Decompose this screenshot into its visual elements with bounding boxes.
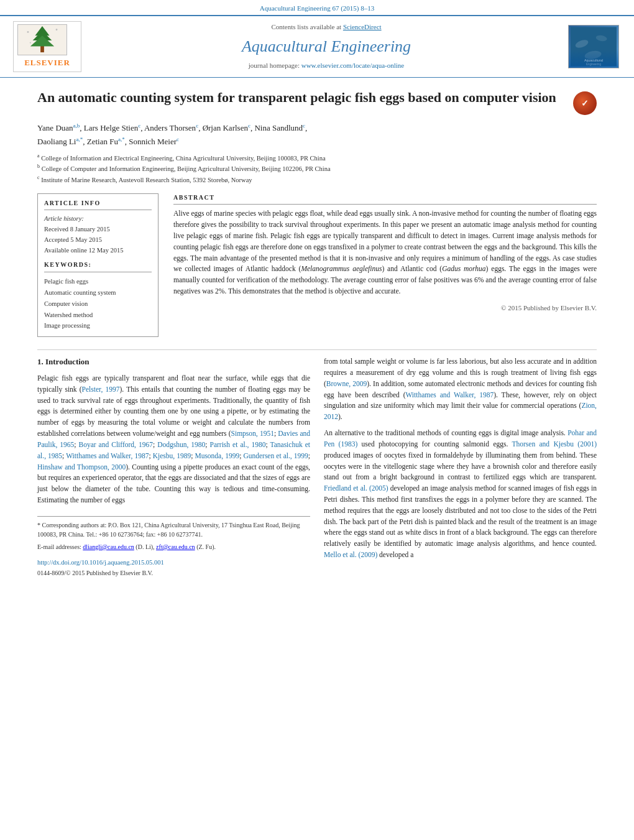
ref-browne[interactable]: Browne, 2009 [326,380,367,387]
journal-cover-section: Aquacultural Engineering [568,25,624,68]
keyword-1: Pelagic fish eggs [44,276,152,287]
email-li[interactable]: dliangli@cau.edu.cn [83,543,134,550]
ref-dodgshun[interactable]: Dodgshun, 1980 [157,441,205,448]
history-label: Article history: [44,215,84,222]
footnote-corresponding: * Corresponding authors at: P.O. Box 121… [37,520,310,540]
doi-section: http://dx.doi.org/10.1016/j.aquaeng.2015… [37,558,310,567]
article-title-row: An automatic counting system for transpa… [37,89,597,115]
journal-title: Aquacultural Engineering [91,35,562,58]
history-section: Article history: [44,214,152,224]
crossmark-badge: ✓ [573,91,597,115]
copyright-notice: © 2015 Published by Elsevier B.V. [173,303,597,313]
keyword-3: Computer vision [44,298,152,310]
journal-homepage: journal homepage: www.elsevier.com/locat… [91,61,562,71]
received-date: Received 8 January 2015 [44,224,152,235]
contents-available: Contents lists available at ScienceDirec… [91,22,562,32]
intro-paragraph-1: Pelagic fish eggs are typically transpar… [37,373,310,506]
ref-simpson[interactable]: Simpson, 1951 [231,430,274,437]
keywords-header: Keywords: [44,261,152,272]
elsevier-wordmark: ELSEVIER [17,57,77,69]
ref-hinshaw[interactable]: Hinshaw and Thompson, 2000 [37,463,126,471]
ref-witthames2[interactable]: Witthames and Walker, 1987 [405,391,494,399]
article-title: An automatic counting system for transpa… [37,89,573,107]
citation-text: Aquacultural Engineering 67 (2015) 8–13 [260,4,375,12]
intro-paragraph-2: from total sample weight or volume is fa… [324,356,597,423]
ref-kjesbu[interactable]: Kjesbu, 1989 [153,452,191,459]
affiliation-b: b College of Computer and Information En… [37,163,597,173]
main-left-column: 1. Introduction Pelagic fish eggs are ty… [37,356,310,578]
homepage-link[interactable]: www.elsevier.com/locate/aqua-online [301,62,404,69]
ref-musonda[interactable]: Musonda, 1999 [195,452,239,459]
issn-text: 0144-8609/© 2015 Published by Elsevier B… [37,569,310,578]
sciencedirect-link[interactable]: ScienceDirect [343,23,382,30]
ref-witthames[interactable]: Witthames and Walker, 1987 [66,452,149,459]
svg-point-5 [27,31,29,33]
intro-paragraph-3: An alternative to the traditional method… [324,428,597,561]
abstract-body: Alive eggs of marine species with pelagi… [173,208,597,297]
ref-pelster[interactable]: Pelster, 1997 [82,385,120,393]
keywords-section: Keywords: Pelagic fish eggs Automatic co… [44,261,152,331]
elsevier-tree-image [17,24,67,55]
abstract-header: ABSTRACT [173,193,597,205]
svg-text:✓: ✓ [581,99,589,108]
article-info-column: ARTICLE INFO Article history: Received 8… [37,193,158,343]
doi-link[interactable]: http://dx.doi.org/10.1016/j.aquaeng.2015… [37,559,164,566]
article-info-header: ARTICLE INFO [44,199,152,211]
ref-mello[interactable]: Mello et al. (2009) [324,551,377,558]
main-right-column: from total sample weight or volume is fa… [324,356,597,578]
abstract-column: ABSTRACT Alive eggs of marine species wi… [173,193,597,343]
affiliation-a: a College of Information and Electrical … [37,152,597,163]
authors-line: Yane Duana,b, Lars Helge Stienc, Anders … [37,121,597,149]
elsevier-logo-section: ELSEVIER [10,21,85,72]
info-abstract-columns: ARTICLE INFO Article history: Received 8… [37,193,597,343]
ref-zion[interactable]: Zion, 2012 [324,402,597,420]
keyword-4: Watershed method [44,310,152,321]
svg-text:Engineering: Engineering [586,63,602,66]
journal-cover-image: Aquacultural Engineering [568,25,619,68]
accepted-date: Accepted 5 May 2015 [44,235,152,246]
header-main: ELSEVIER Contents lists available at Sci… [0,15,634,78]
ref-boyar[interactable]: Boyar and Clifford, 1967 [78,441,152,448]
svg-point-6 [56,29,58,30]
main-body: 1. Introduction Pelagic fish eggs are ty… [0,350,634,590]
author-list: Yane Duana,b, Lars Helge Stienc, Anders … [37,123,307,146]
journal-header-center: Contents lists available at ScienceDirec… [85,22,568,71]
ref-thorsen[interactable]: Thorsen and Kjesbu (2001) [512,440,597,448]
ref-gundersen[interactable]: Gundersen et al., 1999 [243,452,308,459]
keyword-2: Automatic counting system [44,287,152,298]
email-fu[interactable]: zft@cau.edu.cn [156,543,195,550]
article-info-box: ARTICLE INFO Article history: Received 8… [37,193,158,337]
svg-text:Aquacultural: Aquacultural [584,58,603,62]
available-online: Available online 12 May 2015 [44,246,152,256]
footnote-email: E-mail addresses: dliangli@cau.edu.cn (D… [37,542,310,552]
journal-citation: Aquacultural Engineering 67 (2015) 8–13 [0,0,634,15]
keyword-5: Image processing [44,320,152,331]
svg-point-11 [584,50,602,60]
article-section: An automatic counting system for transpa… [0,78,634,349]
footnote-area: * Corresponding authors at: P.O. Box 121… [37,516,310,552]
ref-friedland[interactable]: Friedland et al. (2005) [324,484,388,492]
ref-parrish[interactable]: Parrish et al., 1980 [210,441,266,448]
intro-section-title: 1. Introduction [37,356,310,368]
svg-point-7 [30,42,31,44]
affiliation-c: c Institute of Marine Research, Austevol… [37,174,597,185]
header: Aquacultural Engineering 67 (2015) 8–13 [0,0,634,78]
affiliations: a College of Information and Electrical … [37,152,597,185]
